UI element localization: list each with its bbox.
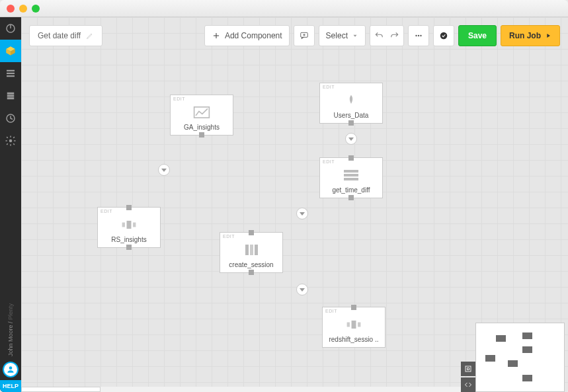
checkmark-circle-icon (439, 31, 448, 40)
redo-icon[interactable] (390, 31, 399, 40)
select-label: Select (326, 31, 348, 40)
node-output-port[interactable] (348, 120, 354, 126)
run-job-button[interactable]: Run Job (501, 25, 560, 46)
node-edit-label[interactable]: EDIT (320, 83, 337, 91)
plus-icon (212, 31, 221, 40)
list-icon (5, 67, 17, 79)
user-avatar[interactable] (3, 362, 19, 377)
node-edit-label[interactable]: EDIT (98, 208, 115, 215)
node-edit-label[interactable]: EDIT (320, 158, 337, 165)
svg-rect-10 (7, 97, 15, 99)
redshift-icon (120, 215, 138, 235)
node-input-port[interactable] (348, 155, 354, 161)
node-input-port[interactable] (126, 205, 132, 210)
sidebar-item-power[interactable] (0, 17, 21, 40)
svg-rect-29 (127, 221, 132, 229)
svg-point-20 (415, 35, 417, 36)
mongo-leaf-icon (343, 91, 360, 110)
sidebar-item-box[interactable] (0, 40, 21, 62)
play-icon (545, 32, 551, 39)
history-icon (5, 112, 17, 124)
add-component-button[interactable]: Add Component (204, 25, 290, 46)
save-button[interactable]: Save (458, 25, 497, 46)
box-icon (5, 45, 17, 57)
svg-marker-24 (547, 34, 550, 38)
sidebar-item-settings[interactable] (0, 130, 21, 152)
node-get-time-diff[interactable]: EDIT get_time_diff (319, 157, 383, 198)
svg-point-23 (440, 32, 448, 40)
svg-rect-6 (7, 73, 15, 74)
sidebar-item-db[interactable] (0, 85, 21, 107)
rows-icon (343, 165, 360, 185)
select-dropdown[interactable]: Select (319, 25, 366, 46)
svg-rect-32 (245, 245, 249, 255)
minimize-window-dot[interactable] (19, 5, 27, 13)
edge-toggle[interactable] (345, 133, 357, 145)
edge-toggle[interactable] (296, 284, 308, 295)
minimap-container (461, 323, 565, 392)
gear-icon (5, 135, 17, 147)
sidebar-item-history[interactable] (0, 107, 21, 130)
svg-point-21 (418, 35, 419, 36)
validate-button[interactable] (433, 25, 454, 46)
svg-rect-38 (466, 366, 471, 372)
node-ga-insights[interactable]: EDIT GA_insights (170, 95, 233, 136)
node-create-session[interactable]: EDIT create_session (220, 232, 283, 273)
toolbar: Get date diff Add Component Select (29, 25, 560, 46)
comment-plus-icon (300, 31, 309, 40)
power-icon (5, 22, 17, 34)
svg-point-12 (9, 139, 13, 143)
fit-icon (464, 365, 472, 373)
canvas[interactable]: Get date diff Add Component Select (21, 17, 568, 392)
sidebar-item-list[interactable] (0, 62, 21, 85)
undo-icon[interactable] (374, 31, 384, 40)
sidebar-username: John Moore / Plenty (7, 303, 14, 356)
window-titlebar (0, 0, 568, 17)
node-input-port[interactable] (351, 305, 356, 310)
add-component-label: Add Component (225, 31, 282, 40)
svg-rect-37 (358, 323, 360, 327)
code-icon (464, 381, 472, 389)
minimap-code-button[interactable] (461, 377, 475, 392)
redshift-icon (345, 315, 362, 334)
svg-rect-9 (7, 95, 15, 97)
app-sidebar: John Moore / Plenty HELP (0, 17, 21, 392)
close-window-dot[interactable] (7, 5, 15, 13)
svg-rect-26 (344, 170, 358, 173)
node-rs-insights[interactable]: EDIT RS_insights (97, 207, 161, 248)
svg-rect-35 (352, 321, 356, 329)
node-edit-label[interactable]: EDIT (323, 307, 340, 315)
svg-rect-27 (344, 174, 358, 176)
node-output-port[interactable] (348, 195, 354, 200)
analytics-icon (193, 102, 210, 122)
node-output-port[interactable] (249, 270, 254, 275)
node-output-port[interactable] (199, 132, 204, 137)
svg-marker-19 (353, 35, 356, 37)
minimap-fit-button[interactable] (461, 362, 475, 376)
undo-redo-group (370, 25, 404, 46)
edge-toggle[interactable] (158, 164, 170, 176)
node-input-port[interactable] (249, 230, 254, 235)
maximize-window-dot[interactable] (32, 5, 40, 13)
node-edit-label[interactable]: EDIT (220, 233, 237, 240)
minimap[interactable] (475, 323, 565, 392)
svg-point-13 (9, 366, 13, 370)
svg-rect-31 (133, 223, 136, 227)
edge-toggle[interactable] (296, 208, 308, 219)
node-redshift-session[interactable]: EDIT redshift_sessio .. (322, 307, 385, 348)
svg-rect-36 (347, 323, 350, 327)
node-edit-label[interactable]: EDIT (171, 95, 188, 102)
comment-button[interactable] (294, 25, 315, 46)
svg-rect-7 (7, 75, 15, 77)
node-users-data[interactable]: EDIT Users_Data (319, 83, 383, 124)
node-output-port[interactable] (126, 245, 132, 250)
db-icon (5, 90, 17, 102)
more-button[interactable] (408, 25, 429, 46)
run-job-label: Run Job (509, 31, 541, 40)
help-button[interactable]: HELP (0, 380, 21, 392)
svg-rect-8 (7, 93, 15, 95)
svg-rect-30 (122, 223, 125, 227)
job-title-field[interactable]: Get date diff (29, 25, 102, 46)
user-icon (6, 365, 15, 374)
ellipsis-icon (414, 31, 423, 40)
